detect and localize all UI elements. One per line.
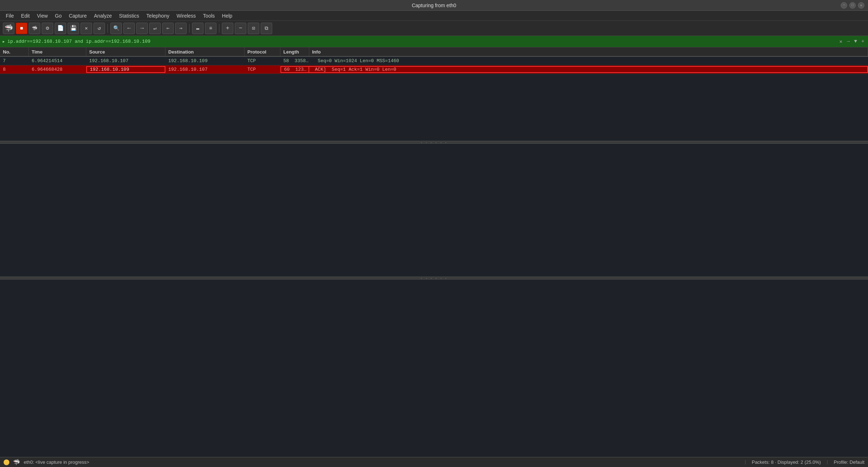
packets-status: Packets: 8 · Displayed: 2 (25.0%) — [752, 459, 821, 465]
shark-status-icon: 🦈 — [13, 459, 20, 466]
titlebar-controls: − □ ✕ — [841, 2, 864, 9]
gear-button[interactable]: ⚙ — [42, 23, 53, 34]
close-button[interactable]: ✕ — [858, 2, 864, 9]
prev-packet-icon: ⇐ — [166, 25, 169, 31]
menu-edit[interactable]: Edit — [18, 12, 33, 20]
next-packet-button[interactable]: ⇒ — [175, 23, 187, 34]
cell-protocol: TCP — [245, 67, 280, 72]
menu-tools[interactable]: Tools — [200, 12, 218, 20]
pane-divider-1[interactable]: • • • • • • — [0, 141, 868, 144]
cell-source: 192.168.10.107 — [86, 58, 165, 64]
menu-capture[interactable]: Capture — [66, 12, 90, 20]
titlebar: Capturing from eth0 − □ ✕ — [0, 0, 868, 11]
menu-statistics[interactable]: Statistics — [116, 12, 142, 20]
cell-length: 60 1234 → 33586 [RST, — [280, 66, 309, 73]
toolbar-separator-1 — [108, 24, 108, 33]
filter-shark-icon: 🦈 — [32, 26, 37, 31]
menu-telephony[interactable]: Telephony — [143, 12, 172, 20]
cell-no: 7 — [0, 58, 29, 64]
toolbar-separator-2 — [189, 24, 189, 33]
menu-wireless[interactable]: Wireless — [174, 12, 199, 20]
resize-columns-button[interactable]: ⧉ — [261, 23, 272, 34]
zoom-in-2-button[interactable]: + — [222, 23, 233, 34]
filter-actions: ✕ → ▼ + — [838, 38, 866, 45]
normal-size-button[interactable]: ⊡ — [248, 23, 259, 34]
cell-destination: 192.168.10.107 — [165, 67, 245, 72]
table-row[interactable]: 7 6.964214514 192.168.10.107 192.168.10.… — [0, 57, 868, 65]
zoom-out-button[interactable]: − — [235, 23, 246, 34]
maximize-button[interactable]: □ — [849, 2, 856, 9]
filter-add-button[interactable]: + — [860, 38, 866, 45]
hex-pane — [0, 279, 868, 457]
open-file-button[interactable]: 📄 — [55, 23, 66, 34]
length-info-combined: 58 33586 → 1234 [SYN] — [283, 58, 309, 64]
menu-analyze[interactable]: Analyze — [91, 12, 115, 20]
resize-columns-icon: ⧉ — [265, 26, 268, 31]
shark-logo-button[interactable]: 🦈 — [3, 23, 14, 34]
start-capture-button[interactable]: ■ — [16, 23, 27, 34]
col-header-no[interactable]: No. — [0, 47, 29, 56]
col-header-length[interactable]: Length — [280, 47, 309, 56]
autoscroll-button[interactable]: ≡ — [205, 23, 216, 34]
toolbar-separator-3 — [219, 24, 219, 33]
colorize-button[interactable]: ▬ — [192, 23, 204, 34]
interface-status: eth0: <live capture in progress> — [24, 459, 89, 465]
detail-pane — [0, 144, 868, 277]
save-file-icon: 💾 — [70, 25, 77, 32]
menubar: File Edit View Go Capture Analyze Statis… — [0, 11, 868, 21]
filter-shark-button[interactable]: 🦈 — [29, 23, 40, 34]
profile-status: Profile: Default — [834, 459, 864, 465]
gear-icon: ⚙ — [46, 25, 49, 32]
zoom-in-icon: 🔍 — [113, 25, 119, 31]
autoscroll-icon: ≡ — [209, 26, 212, 31]
filterbar: ▸ ✕ → ▼ + — [0, 36, 868, 47]
zoom-in-button[interactable]: 🔍 — [110, 23, 122, 34]
menu-help[interactable]: Help — [219, 12, 235, 20]
col-header-info[interactable]: Info — [309, 47, 868, 56]
filter-clear-button[interactable]: ✕ — [838, 38, 844, 45]
forward-icon: → — [140, 25, 144, 32]
normal-size-icon: ⊡ — [252, 25, 255, 31]
go-to-packet-icon: ↵ — [153, 25, 156, 32]
zoom-out-icon: − — [239, 25, 242, 32]
col-header-time[interactable]: Time — [29, 47, 86, 56]
start-icon: ■ — [20, 26, 23, 31]
cell-time: 6.964214514 — [29, 58, 86, 64]
close-file-button[interactable]: ✕ — [81, 23, 92, 34]
filter-apply-button[interactable]: → — [845, 38, 851, 45]
back-button[interactable]: ← — [123, 23, 135, 34]
cell-destination: 192.168.10.109 — [165, 58, 245, 64]
statusbar: 🦈 eth0: <live capture in progress> | Pac… — [0, 457, 868, 467]
col-header-source[interactable]: Source — [86, 47, 165, 56]
menu-view[interactable]: View — [34, 12, 51, 20]
main-layout: No. Time Source Destination Protocol Len… — [0, 47, 868, 457]
cell-length: 58 33586 → 1234 [SYN] — [280, 58, 309, 64]
shark-icon: 🦈 — [4, 24, 13, 33]
cell-source: 192.168.10.109 — [86, 66, 165, 73]
forward-button[interactable]: → — [136, 23, 148, 34]
packet-list-container: No. Time Source Destination Protocol Len… — [0, 47, 868, 141]
next-packet-icon: ⇒ — [179, 25, 182, 31]
cell-protocol: TCP — [245, 58, 280, 64]
go-to-packet-button[interactable]: ↵ — [149, 23, 161, 34]
filter-dropdown-button[interactable]: ▼ — [853, 38, 858, 45]
minimize-button[interactable]: − — [841, 2, 847, 9]
colorize-icon: ▬ — [196, 26, 199, 31]
menu-go[interactable]: Go — [52, 12, 65, 20]
prev-packet-button[interactable]: ⇐ — [162, 23, 174, 34]
cell-info: ACK] Seq=1 Ack=1 Win=0 Len=0 — [309, 66, 868, 73]
open-file-icon: 📄 — [57, 25, 64, 32]
filter-input[interactable] — [7, 39, 836, 44]
col-header-destination[interactable]: Destination — [165, 47, 245, 56]
table-row[interactable]: 8 6.964668428 192.168.10.109 192.168.10.… — [0, 65, 868, 74]
col-header-protocol[interactable]: Protocol — [245, 47, 280, 56]
zoom-in-2-icon: + — [226, 25, 229, 32]
packet-header: No. Time Source Destination Protocol Len… — [0, 47, 868, 57]
reload-button[interactable]: ↺ — [93, 23, 105, 34]
filter-icon: ▸ — [2, 38, 5, 45]
menu-file[interactable]: File — [3, 12, 17, 20]
save-file-button[interactable]: 💾 — [68, 23, 79, 34]
reload-icon: ↺ — [97, 25, 101, 32]
pane-divider-2[interactable]: • • • • • • — [0, 277, 868, 279]
status-circle-icon — [4, 459, 9, 465]
